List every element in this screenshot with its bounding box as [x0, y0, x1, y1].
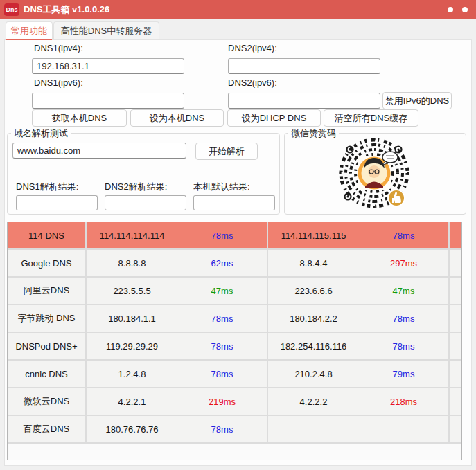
dns-ip1: 180.76.76.76: [87, 416, 177, 442]
row-end-spacer: [450, 388, 461, 415]
dns-ping2: 78ms: [359, 333, 450, 359]
dns-ip1: 180.184.1.1: [87, 305, 177, 332]
dns1-ipv6-label: DNS1(ipv6):: [34, 78, 83, 88]
dns2-ipv4-input[interactable]: [228, 58, 380, 74]
dns-ping1: 47ms: [177, 278, 268, 304]
local-default-result-label: 本机默认结果:: [193, 181, 250, 193]
title-bar[interactable]: Dns DNS工具箱 v1.0.0.26: [0, 0, 476, 19]
domain-resolve-test-group: 域名解析测试 开始解析 DNS1解析结果: DNS2解析结果: 本机默认结果:: [7, 133, 280, 215]
row-end-spacer: [450, 333, 461, 359]
dns-server-name: 微软云DNS: [8, 388, 87, 415]
dns-server-name: 114 DNS: [8, 222, 87, 248]
dns-server-name: DNSPod DNS+: [8, 333, 87, 359]
table-row-bytedance-dns[interactable]: 字节跳动 DNS 180.184.1.1 78ms 180.184.2.2 78…: [8, 305, 461, 333]
table-empty-area: [8, 444, 461, 460]
row-end-spacer: [450, 278, 461, 304]
dns-ip1: 4.2.2.1: [87, 388, 177, 415]
table-row-google-dns[interactable]: Google DNS 8.8.8.8 62ms 8.8.4.4 297ms: [8, 250, 461, 278]
domain-resolve-test-group-title: 域名解析测试: [11, 127, 71, 140]
row-end-spacer: [450, 222, 461, 248]
row-end-spacer: [450, 416, 461, 442]
dns-ping1: 78ms: [177, 222, 268, 248]
dns1-ipv4-label: DNS1(ipv4):: [34, 43, 83, 53]
dns-ping2: 218ms: [359, 388, 450, 415]
dns2-ipv4-label: DNS2(ipv4):: [228, 43, 277, 53]
get-local-dns-button[interactable]: 获取本机DNS: [32, 109, 127, 127]
dns1-ipv6-input[interactable]: [32, 93, 184, 109]
table-row-dnspod-dns[interactable]: DNSPod DNS+ 119.29.29.29 78ms 182.254.11…: [8, 333, 461, 361]
table-row-microsoft-dns[interactable]: 微软云DNS 4.2.2.1 219ms 4.2.2.2 218ms: [8, 388, 461, 416]
dns-ip1: 1.2.4.8: [87, 361, 177, 387]
dns-ip1: 114.114.114.114: [87, 222, 177, 248]
dns-server-name: Google DNS: [8, 250, 87, 276]
dns-ip1: 119.29.29.29: [87, 333, 177, 359]
dns-ip2: 210.2.4.8: [268, 361, 359, 387]
dns-ping2: [359, 416, 450, 442]
app-window: Dns DNS工具箱 v1.0.0.26 常用功能 高性能DNS中转服务器 DN…: [0, 0, 476, 470]
dns1-result-input[interactable]: [16, 195, 98, 210]
dns-ip1: 223.5.5.5: [87, 278, 177, 304]
dns-ip2: [268, 416, 359, 442]
wechat-reward-qr-icon: [332, 136, 416, 213]
dns2-ipv6-input[interactable]: [228, 93, 380, 109]
local-default-result-input[interactable]: [193, 195, 275, 210]
set-dhcp-dns-button[interactable]: 设为DHCP DNS: [227, 109, 321, 127]
dns-ping2: 79ms: [359, 361, 450, 387]
dns-ip2: 114.114.115.115: [268, 222, 359, 248]
dns-ping2: 297ms: [359, 250, 450, 276]
close-button[interactable]: [462, 7, 468, 12]
dns-ping2: 78ms: [359, 222, 450, 248]
dns2-result-label: DNS2解析结果:: [105, 181, 167, 193]
window-title: DNS工具箱 v1.0.0.26: [24, 3, 109, 16]
row-end-spacer: [450, 305, 461, 332]
dns-ping1: 78ms: [177, 333, 268, 359]
row-end-spacer: [450, 250, 461, 276]
dns-server-name: 阿里云DNS: [8, 278, 87, 304]
dns-server-table: 114 DNS 114.114.114.114 78ms 114.114.115…: [7, 222, 462, 460]
table-row-aliyun-dns[interactable]: 阿里云DNS 223.5.5.5 47ms 223.6.6.6 47ms: [8, 278, 461, 305]
table-row-114-dns[interactable]: 114 DNS 114.114.114.114 78ms 114.114.115…: [8, 222, 461, 250]
dns2-ipv6-label: DNS2(ipv6):: [228, 78, 277, 88]
dns-ip2: 180.184.2.2: [268, 305, 359, 332]
tab-dns-relay-server[interactable]: 高性能DNS中转服务器: [53, 21, 159, 40]
dns-ping1: 219ms: [177, 388, 268, 415]
dns-ip2: 223.6.6.6: [268, 278, 359, 304]
dns-server-name: cnnic DNS: [8, 361, 87, 387]
dns-ping1: 62ms: [177, 250, 268, 276]
dns-ping2: 47ms: [359, 278, 450, 304]
dns1-ipv4-input[interactable]: [32, 58, 184, 74]
minimize-button[interactable]: [448, 7, 453, 12]
dns-ping1: 78ms: [177, 361, 268, 387]
dns-ping2: 78ms: [359, 305, 450, 332]
dns-ping1: 78ms: [177, 416, 268, 442]
row-end-spacer: [450, 361, 461, 387]
tab-common-functions[interactable]: 常用功能: [6, 21, 53, 40]
wechat-reward-group: 微信赞赏码: [284, 133, 466, 215]
app-logo-icon: Dns: [4, 3, 19, 16]
dns2-result-input[interactable]: [105, 195, 186, 210]
dns-ping1: 78ms: [177, 305, 268, 332]
clear-dns-cache-button[interactable]: 清空所有DNS缓存: [324, 109, 418, 127]
domain-input[interactable]: [12, 143, 186, 159]
set-local-dns-button[interactable]: 设为本机DNS: [130, 109, 224, 127]
table-row-cnnic-dns[interactable]: cnnic DNS 1.2.4.8 78ms 210.2.4.8 79ms: [8, 361, 461, 388]
start-resolve-button[interactable]: 开始解析: [195, 143, 258, 160]
dns-ip2: 4.2.2.2: [268, 388, 359, 415]
dns-ip1: 8.8.8.8: [87, 250, 177, 276]
dns-ip2: 8.8.4.4: [268, 250, 359, 276]
dns1-result-label: DNS1解析结果:: [16, 181, 78, 193]
dns-server-name: 字节跳动 DNS: [8, 305, 87, 332]
disable-ipv6-dns-button[interactable]: 禁用IPv6的DNS: [382, 92, 452, 109]
table-row-baidu-dns[interactable]: 百度云DNS 180.76.76.76 78ms: [8, 416, 461, 444]
dns-ip2: 182.254.116.116: [268, 333, 359, 359]
dns-server-name: 百度云DNS: [8, 416, 87, 442]
